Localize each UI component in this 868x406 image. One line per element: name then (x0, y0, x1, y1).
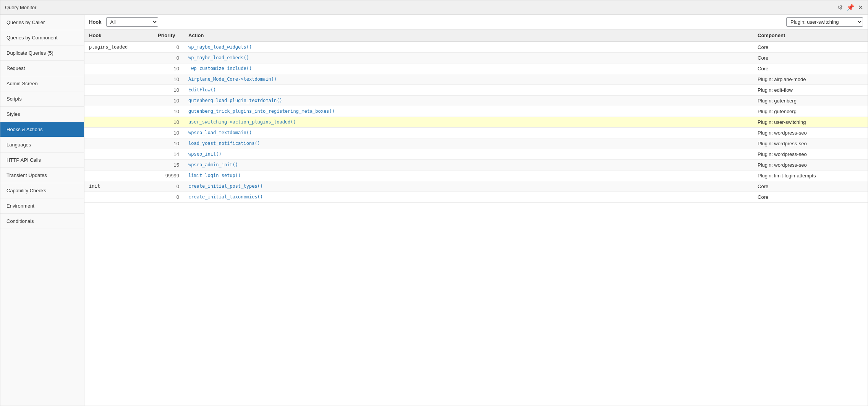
sidebar-item-queries-by-component[interactable]: Queries by Component (0, 30, 84, 45)
table-row: 10Airplane_Mode_Core->textdomain()Plugin… (84, 74, 868, 85)
cell-hook (84, 160, 153, 171)
cell-priority: 10 (153, 74, 184, 85)
settings-icon[interactable]: ⚙ (837, 4, 843, 11)
cell-component: Plugin: gutenberg (753, 106, 868, 117)
pin-icon[interactable]: 📌 (847, 4, 854, 11)
table-row: 0wp_maybe_load_embeds()Core (84, 53, 868, 63)
cell-priority: 10 (153, 117, 184, 128)
hooks-table: Hook Priority Action Component plugins_l… (84, 29, 868, 203)
cell-component: Plugin: limit-login-attempts (753, 171, 868, 181)
table-row: 10load_yoast_notifications()Plugin: word… (84, 138, 868, 149)
cell-hook (84, 192, 153, 203)
cell-action[interactable]: wpseo_admin_init() (184, 160, 753, 171)
cell-hook (84, 117, 153, 128)
cell-hook (84, 96, 153, 106)
cell-action[interactable]: limit_login_setup() (184, 171, 753, 181)
cell-priority: 10 (153, 96, 184, 106)
cell-priority: 0 (153, 42, 184, 53)
cell-hook (84, 85, 153, 96)
cell-action[interactable]: Airplane_Mode_Core->textdomain() (184, 74, 753, 85)
sidebar-item-admin-screen[interactable]: Admin Screen (0, 76, 84, 91)
title-bar: Query Monitor ⚙ 📌 ✕ (0, 0, 868, 15)
cell-component: Core (753, 192, 868, 203)
table-row: 10gutenberg_trick_plugins_into_registeri… (84, 106, 868, 117)
cell-hook (84, 63, 153, 74)
cell-hook (84, 74, 153, 85)
cell-hook (84, 149, 153, 160)
sidebar: Queries by CallerQueries by ComponentDup… (0, 15, 84, 406)
cell-component: Plugin: wordpress-seo (753, 138, 868, 149)
cell-action[interactable]: gutenberg_trick_plugins_into_registering… (184, 106, 753, 117)
cell-priority: 14 (153, 149, 184, 160)
cell-component: Plugin: edit-flow (753, 85, 868, 96)
col-header-action: Action (184, 29, 753, 42)
cell-priority: 0 (153, 181, 184, 192)
col-header-priority: Priority (153, 29, 184, 42)
cell-action[interactable]: load_yoast_notifications() (184, 138, 753, 149)
cell-hook (84, 171, 153, 181)
sidebar-item-hooks-actions[interactable]: Hooks & Actions (0, 122, 84, 137)
cell-component: Core (753, 181, 868, 192)
table-toolbar: Hook Allplugins_loadedinitwp_loadedadmin… (84, 15, 868, 29)
sidebar-item-http-api-calls[interactable]: HTTP API Calls (0, 153, 84, 168)
cell-action[interactable]: wp_maybe_load_widgets() (184, 42, 753, 53)
cell-action[interactable]: user_switching->action_plugins_loaded() (184, 117, 753, 128)
sidebar-item-duplicate-queries[interactable]: Duplicate Queries (5) (0, 45, 84, 61)
cell-priority: 10 (153, 63, 184, 74)
window-title: Query Monitor (5, 5, 36, 10)
table-row: 10EditFlow()Plugin: edit-flow (84, 85, 868, 96)
col-header-hook: Hook (84, 29, 153, 42)
cell-priority: 10 (153, 128, 184, 138)
cell-hook (84, 53, 153, 63)
table-row: plugins_loaded0wp_maybe_load_widgets()Co… (84, 42, 868, 53)
table-row: 10wpseo_load_textdomain()Plugin: wordpre… (84, 128, 868, 138)
cell-action[interactable]: gutenberg_load_plugin_textdomain() (184, 96, 753, 106)
cell-action[interactable]: wpseo_init() (184, 149, 753, 160)
cell-action[interactable]: wpseo_load_textdomain() (184, 128, 753, 138)
table-row: 10user_switching->action_plugins_loaded(… (84, 117, 868, 128)
title-bar-actions: ⚙ 📌 ✕ (837, 4, 863, 11)
cell-priority: 10 (153, 138, 184, 149)
main-layout: Queries by CallerQueries by ComponentDup… (0, 15, 868, 406)
cell-component: Plugin: wordpress-seo (753, 128, 868, 138)
cell-action[interactable]: wp_maybe_load_embeds() (184, 53, 753, 63)
hook-filter-select[interactable]: Allplugins_loadedinitwp_loadedadmin_init (106, 17, 158, 27)
cell-component: Core (753, 63, 868, 74)
content-area: Hook Allplugins_loadedinitwp_loadedadmin… (84, 15, 868, 406)
sidebar-item-conditionals[interactable]: Conditionals (0, 214, 84, 229)
component-filter-select[interactable]: Plugin: user-switchingCorePlugin: airpla… (786, 17, 863, 27)
cell-priority: 0 (153, 192, 184, 203)
table-row: 10gutenberg_load_plugin_textdomain()Plug… (84, 96, 868, 106)
cell-hook: plugins_loaded (84, 42, 153, 53)
table-row: 15wpseo_admin_init()Plugin: wordpress-se… (84, 160, 868, 171)
cell-action[interactable]: create_initial_post_types() (184, 181, 753, 192)
sidebar-item-queries-by-caller[interactable]: Queries by Caller (0, 15, 84, 30)
sidebar-item-transient-updates[interactable]: Transient Updates (0, 168, 84, 183)
cell-priority: 0 (153, 53, 184, 63)
sidebar-item-capability-checks[interactable]: Capability Checks (0, 183, 84, 198)
close-icon[interactable]: ✕ (858, 4, 863, 11)
cell-component: Plugin: gutenberg (753, 96, 868, 106)
cell-priority: 10 (153, 106, 184, 117)
cell-component: Core (753, 42, 868, 53)
table-row: 0create_initial_taxonomies()Core (84, 192, 868, 203)
cell-action[interactable]: create_initial_taxonomies() (184, 192, 753, 203)
cell-priority: 10 (153, 85, 184, 96)
cell-component: Plugin: airplane-mode (753, 74, 868, 85)
cell-priority: 99999 (153, 171, 184, 181)
cell-hook (84, 106, 153, 117)
cell-hook (84, 128, 153, 138)
cell-component: Plugin: user-switching (753, 117, 868, 128)
cell-component: Plugin: wordpress-seo (753, 149, 868, 160)
table-row: 10_wp_customize_include()Core (84, 63, 868, 74)
cell-priority: 15 (153, 160, 184, 171)
cell-action[interactable]: EditFlow() (184, 85, 753, 96)
sidebar-item-request[interactable]: Request (0, 61, 84, 76)
sidebar-item-styles[interactable]: Styles (0, 107, 84, 122)
sidebar-item-environment[interactable]: Environment (0, 198, 84, 214)
cell-component: Core (753, 53, 868, 63)
sidebar-item-scripts[interactable]: Scripts (0, 91, 84, 107)
sidebar-item-languages[interactable]: Languages (0, 137, 84, 153)
cell-action[interactable]: _wp_customize_include() (184, 63, 753, 74)
query-monitor-window: Query Monitor ⚙ 📌 ✕ Queries by CallerQue… (0, 0, 868, 406)
